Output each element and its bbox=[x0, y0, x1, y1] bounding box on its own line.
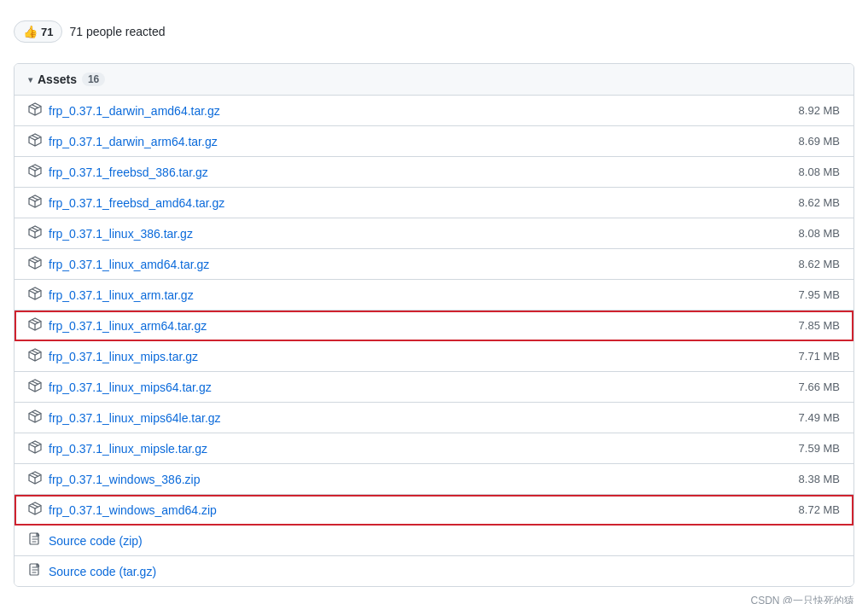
package-icon bbox=[28, 440, 42, 456]
asset-size: 8.69 MB bbox=[799, 135, 840, 148]
chevron-down-icon: ▾ bbox=[28, 75, 32, 84]
asset-row: frp_0.37.1_freebsd_386.tar.gz8.08 MB bbox=[15, 157, 853, 188]
asset-left: frp_0.37.1_linux_mips64le.tar.gz bbox=[28, 409, 221, 426]
asset-size: 7.66 MB bbox=[799, 380, 840, 393]
asset-left: frp_0.37.1_linux_arm64.tar.gz bbox=[28, 317, 207, 334]
package-icon bbox=[28, 287, 42, 303]
asset-link[interactable]: frp_0.37.1_freebsd_386.tar.gz bbox=[49, 166, 208, 179]
asset-row: frp_0.37.1_darwin_amd64.tar.gz8.92 MB bbox=[15, 96, 853, 126]
assets-section: ▾ Assets 16 frp_0.37.1_darwin_amd64.tar.… bbox=[14, 63, 854, 587]
asset-left: frp_0.37.1_linux_mips.tar.gz bbox=[28, 348, 198, 364]
reaction-badge[interactable]: 👍 71 bbox=[14, 20, 62, 43]
asset-row: frp_0.37.1_linux_386.tar.gz8.08 MB bbox=[15, 218, 853, 249]
asset-size: 8.62 MB bbox=[799, 258, 840, 270]
asset-link[interactable]: frp_0.37.1_freebsd_amd64.tar.gz bbox=[49, 196, 224, 210]
asset-link[interactable]: frp_0.37.1_linux_mipsle.tar.gz bbox=[49, 442, 207, 456]
package-icon bbox=[28, 348, 42, 364]
asset-left: Source code (tar.gz) bbox=[28, 563, 156, 579]
asset-link[interactable]: frp_0.37.1_windows_386.zip bbox=[49, 473, 200, 486]
package-icon bbox=[28, 317, 42, 334]
asset-size: 7.71 MB bbox=[799, 350, 840, 363]
assets-count: 16 bbox=[82, 73, 105, 86]
asset-link[interactable]: frp_0.37.1_linux_arm.tar.gz bbox=[49, 288, 194, 302]
package-icon bbox=[28, 409, 42, 426]
asset-row: frp_0.37.1_windows_amd64.zip8.72 MB bbox=[15, 495, 853, 526]
asset-row: Source code (tar.gz) bbox=[15, 556, 853, 586]
assets-header[interactable]: ▾ Assets 16 bbox=[15, 64, 853, 96]
asset-link[interactable]: frp_0.37.1_linux_mips.tar.gz bbox=[49, 350, 198, 363]
asset-link[interactable]: frp_0.37.1_darwin_arm64.tar.gz bbox=[49, 135, 218, 148]
asset-size: 7.49 MB bbox=[799, 411, 840, 424]
asset-link[interactable]: Source code (zip) bbox=[49, 534, 143, 548]
asset-row: frp_0.37.1_windows_386.zip8.38 MB bbox=[15, 464, 853, 495]
package-icon bbox=[28, 225, 42, 241]
page-container: 👍 71 71 people reacted ▾ Assets 16 frp_0… bbox=[0, 0, 868, 604]
asset-size: 8.92 MB bbox=[799, 104, 840, 117]
assets-label: Assets bbox=[38, 73, 77, 86]
asset-left: Source code (zip) bbox=[28, 532, 143, 549]
package-icon bbox=[28, 133, 42, 149]
package-icon bbox=[28, 471, 42, 487]
asset-left: frp_0.37.1_linux_arm.tar.gz bbox=[28, 287, 194, 303]
reactions-text: 71 people reacted bbox=[69, 25, 165, 38]
package-icon bbox=[28, 164, 42, 180]
asset-link[interactable]: frp_0.37.1_linux_mips64.tar.gz bbox=[49, 380, 212, 394]
asset-row: frp_0.37.1_darwin_arm64.tar.gz8.69 MB bbox=[15, 126, 853, 157]
asset-left: frp_0.37.1_linux_mips64.tar.gz bbox=[28, 379, 212, 395]
asset-left: frp_0.37.1_linux_mipsle.tar.gz bbox=[28, 440, 207, 456]
asset-link[interactable]: Source code (tar.gz) bbox=[49, 565, 156, 578]
asset-row: frp_0.37.1_linux_mipsle.tar.gz7.59 MB bbox=[15, 433, 853, 464]
asset-left: frp_0.37.1_linux_amd64.tar.gz bbox=[28, 256, 209, 272]
watermark: CSDN @一只快死的猿 bbox=[14, 587, 854, 604]
asset-link[interactable]: frp_0.37.1_darwin_amd64.tar.gz bbox=[49, 104, 220, 118]
reactions-bar: 👍 71 71 people reacted bbox=[14, 14, 854, 49]
asset-left: frp_0.37.1_darwin_arm64.tar.gz bbox=[28, 133, 218, 149]
package-icon bbox=[28, 256, 42, 272]
asset-size: 7.95 MB bbox=[799, 288, 840, 301]
asset-size: 8.62 MB bbox=[799, 196, 840, 209]
asset-row: Source code (zip) bbox=[15, 526, 853, 556]
asset-left: frp_0.37.1_windows_amd64.zip bbox=[28, 502, 217, 518]
reaction-count: 71 bbox=[41, 26, 53, 38]
asset-link[interactable]: frp_0.37.1_linux_386.tar.gz bbox=[49, 227, 193, 241]
asset-size: 7.59 MB bbox=[799, 442, 840, 455]
package-icon bbox=[28, 502, 42, 518]
asset-left: frp_0.37.1_freebsd_386.tar.gz bbox=[28, 164, 208, 180]
asset-size: 8.08 MB bbox=[799, 166, 840, 178]
asset-left: frp_0.37.1_darwin_amd64.tar.gz bbox=[28, 102, 220, 119]
asset-left: frp_0.37.1_windows_386.zip bbox=[28, 471, 200, 487]
source-code-icon bbox=[28, 532, 42, 549]
asset-row: frp_0.37.1_linux_mips64le.tar.gz7.49 MB bbox=[15, 403, 853, 433]
asset-size: 8.72 MB bbox=[799, 503, 840, 516]
asset-left: frp_0.37.1_linux_386.tar.gz bbox=[28, 225, 193, 241]
package-icon bbox=[28, 379, 42, 395]
asset-link[interactable]: frp_0.37.1_linux_mips64le.tar.gz bbox=[49, 411, 221, 425]
asset-size: 7.85 MB bbox=[799, 319, 840, 332]
package-icon bbox=[28, 102, 42, 119]
asset-left: frp_0.37.1_freebsd_amd64.tar.gz bbox=[28, 195, 224, 211]
assets-list: frp_0.37.1_darwin_amd64.tar.gz8.92 MB fr… bbox=[15, 96, 853, 586]
thumbs-up-icon: 👍 bbox=[23, 25, 38, 38]
asset-size: 8.08 MB bbox=[799, 227, 840, 240]
asset-row: frp_0.37.1_freebsd_amd64.tar.gz8.62 MB bbox=[15, 188, 853, 218]
asset-link[interactable]: frp_0.37.1_linux_amd64.tar.gz bbox=[49, 258, 209, 271]
asset-row: frp_0.37.1_linux_amd64.tar.gz8.62 MB bbox=[15, 249, 853, 280]
package-icon bbox=[28, 195, 42, 211]
asset-size: 8.38 MB bbox=[799, 473, 840, 485]
asset-link[interactable]: frp_0.37.1_linux_arm64.tar.gz bbox=[49, 319, 207, 333]
asset-row: frp_0.37.1_linux_arm64.tar.gz7.85 MB bbox=[15, 311, 853, 341]
source-code-icon bbox=[28, 563, 42, 579]
asset-row: frp_0.37.1_linux_arm.tar.gz7.95 MB bbox=[15, 280, 853, 311]
asset-row: frp_0.37.1_linux_mips.tar.gz7.71 MB bbox=[15, 341, 853, 372]
asset-row: frp_0.37.1_linux_mips64.tar.gz7.66 MB bbox=[15, 372, 853, 403]
asset-link[interactable]: frp_0.37.1_windows_amd64.zip bbox=[49, 503, 217, 517]
